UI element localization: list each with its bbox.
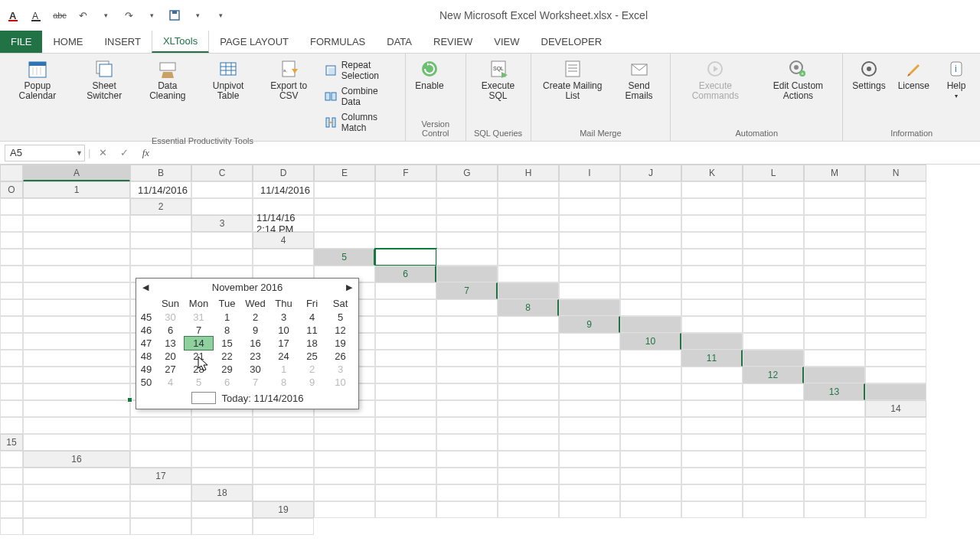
- col-header[interactable]: H: [498, 165, 559, 181]
- cell[interactable]: [743, 350, 804, 367]
- cell[interactable]: [804, 215, 865, 232]
- cell[interactable]: [23, 367, 130, 383]
- calendar-day[interactable]: 7: [241, 376, 270, 389]
- cell[interactable]: [375, 282, 436, 299]
- col-header[interactable]: B: [130, 165, 191, 181]
- col-header[interactable]: A: [23, 165, 130, 181]
- calendar-day[interactable]: 30: [241, 363, 270, 376]
- cell[interactable]: [804, 316, 865, 333]
- next-month-button[interactable]: ▶: [346, 282, 352, 292]
- cell[interactable]: [23, 215, 130, 232]
- cell[interactable]: [743, 383, 804, 400]
- cell[interactable]: [0, 518, 23, 535]
- fill-handle[interactable]: [127, 397, 132, 403]
- cell[interactable]: [253, 518, 314, 535]
- cell[interactable]: [559, 333, 620, 350]
- cell[interactable]: [681, 434, 743, 451]
- cell[interactable]: [23, 518, 130, 535]
- save-icon[interactable]: [167, 8, 182, 23]
- edit-custom-actions-button[interactable]: +Edit Custom Actions: [759, 55, 838, 104]
- row-header[interactable]: 5: [314, 249, 375, 266]
- cell[interactable]: [375, 249, 436, 266]
- cell[interactable]: [865, 299, 926, 316]
- col-header[interactable]: I: [559, 165, 620, 181]
- cell[interactable]: [865, 501, 926, 518]
- cell[interactable]: [436, 232, 498, 249]
- calendar-day[interactable]: 8: [270, 376, 298, 389]
- cell[interactable]: [314, 484, 375, 501]
- cell[interactable]: [743, 417, 804, 434]
- cell[interactable]: [375, 232, 436, 249]
- cell[interactable]: [436, 417, 498, 434]
- cell[interactable]: [620, 282, 681, 299]
- cell[interactable]: [0, 417, 23, 434]
- cell[interactable]: [620, 417, 681, 434]
- col-header[interactable]: D: [253, 165, 314, 181]
- cell[interactable]: [375, 299, 436, 316]
- cell[interactable]: [191, 468, 253, 484]
- cell[interactable]: [191, 181, 253, 198]
- cell[interactable]: [23, 282, 130, 299]
- font-color-icon-2[interactable]: A: [29, 8, 44, 23]
- select-all-corner[interactable]: [0, 165, 23, 181]
- calendar-day[interactable]: 2: [298, 363, 326, 376]
- cell[interactable]: [23, 383, 130, 400]
- cell[interactable]: [0, 333, 23, 350]
- cell[interactable]: [23, 299, 130, 316]
- execute-sql-button[interactable]: SQLExecute SQL: [471, 55, 526, 104]
- cell[interactable]: [743, 316, 804, 333]
- enter-formula-button[interactable]: ✓: [115, 145, 133, 161]
- dropdown-icon[interactable]: ▾: [98, 8, 113, 23]
- cell[interactable]: [498, 266, 559, 282]
- cell[interactable]: [436, 266, 498, 282]
- cell[interactable]: [804, 249, 865, 266]
- cell[interactable]: [743, 484, 804, 501]
- cell[interactable]: [559, 282, 620, 299]
- calendar-day[interactable]: 12: [326, 324, 354, 337]
- cell[interactable]: [130, 451, 191, 468]
- cell[interactable]: [253, 484, 314, 501]
- font-color-icon[interactable]: A: [6, 8, 21, 23]
- row-header[interactable]: 16: [23, 451, 130, 468]
- cell[interactable]: [620, 367, 681, 383]
- calendar-day[interactable]: 16: [241, 337, 270, 350]
- calendar-day[interactable]: 24: [270, 350, 298, 363]
- cell[interactable]: [681, 181, 743, 198]
- row-header[interactable]: 12: [743, 367, 804, 383]
- calendar-day[interactable]: 6: [213, 376, 241, 389]
- cell[interactable]: [130, 434, 191, 451]
- cell[interactable]: [559, 266, 620, 282]
- cell[interactable]: [743, 198, 804, 215]
- cell[interactable]: [865, 232, 926, 249]
- calendar-day[interactable]: 27: [156, 363, 185, 376]
- cell[interactable]: [23, 400, 130, 417]
- calendar-day[interactable]: 25: [298, 350, 326, 363]
- cell[interactable]: [0, 400, 23, 417]
- cell[interactable]: [498, 417, 559, 434]
- cell[interactable]: [681, 501, 743, 518]
- cell[interactable]: [804, 232, 865, 249]
- cell[interactable]: [253, 451, 314, 468]
- cell[interactable]: [804, 282, 865, 299]
- cell[interactable]: [865, 333, 926, 350]
- cell[interactable]: [0, 484, 23, 501]
- cell[interactable]: [620, 316, 681, 333]
- cell[interactable]: [804, 333, 865, 350]
- tab-formulas[interactable]: FORMULAS: [299, 31, 376, 53]
- cell[interactable]: [804, 484, 865, 501]
- calendar-day[interactable]: 14: [185, 337, 213, 350]
- row-header[interactable]: 4: [253, 232, 314, 249]
- calendar-day[interactable]: 3: [270, 311, 298, 324]
- formula-input[interactable]: [158, 145, 975, 161]
- cell[interactable]: 11/14/2016: [130, 181, 191, 198]
- cell[interactable]: [375, 383, 436, 400]
- cell[interactable]: [681, 383, 743, 400]
- cell[interactable]: [498, 282, 559, 299]
- row-header[interactable]: 14: [865, 400, 926, 417]
- cell[interactable]: [865, 198, 926, 215]
- cell[interactable]: [498, 333, 559, 350]
- combine-data-button[interactable]: Combine Data: [322, 84, 400, 109]
- cell[interactable]: [681, 484, 743, 501]
- cell[interactable]: [130, 249, 191, 266]
- cell[interactable]: [375, 350, 436, 367]
